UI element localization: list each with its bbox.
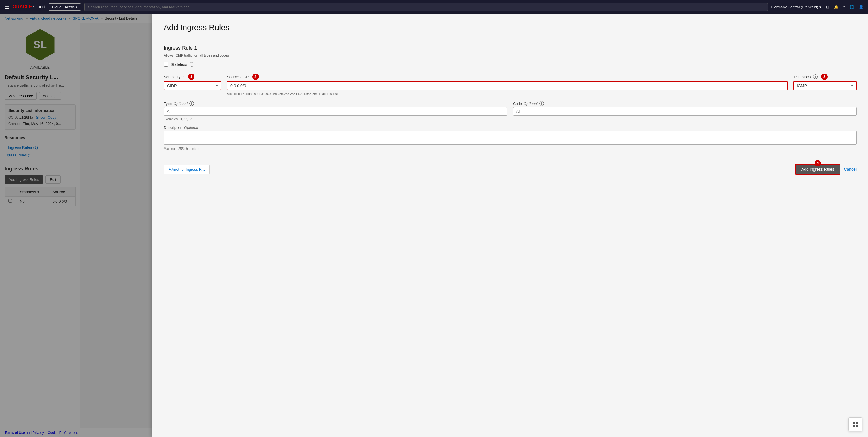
cloud-classic-button[interactable]: Cloud Classic > [49,3,81,11]
source-cidr-group: Source CIDR 2 Specified IP addresses: 0.… [227,74,787,95]
source-type-label: Source Type 1 [164,74,221,80]
modal-title: Add Ingress Rules [164,23,857,32]
type-label: Type Optional i [164,101,507,106]
oracle-logo: ORACLE Cloud [13,4,45,9]
top-navigation: ☰ ORACLE Cloud Cloud Classic > Germany C… [0,0,868,14]
footer-actions: 4 Add Ingress Rules Cancel [795,164,857,175]
max-chars-text: Maximum 255 characters [164,147,857,150]
region-selector[interactable]: Germany Central (Frankfurt) ▾ [772,5,822,9]
type-code-row: Type Optional i Examples: '0', '3', '5' … [164,101,857,121]
step-3-badge: 3 [821,74,828,80]
help-icon[interactable]: ? [843,5,845,9]
cancel-button[interactable]: Cancel [844,167,857,172]
ip-protocol-info-icon: i [813,75,818,79]
description-group: Description Optional Maximum 255 charact… [164,125,857,150]
stateless-row: Stateless i [164,62,857,67]
help-panel[interactable] [848,417,862,431]
user-icon[interactable]: 👤 [859,5,863,9]
help-grid-icon [853,422,858,427]
step-4-badge: 4 [814,160,821,167]
code-group: Code Optional i [513,101,857,121]
add-ingress-modal: Add Ingress Rules Ingress Rule 1 Allows … [152,14,868,437]
description-textarea[interactable] [164,131,857,145]
modal-footer: + Another Ingress R... 4 Add Ingress Rul… [164,159,857,175]
globe-icon[interactable]: 🌐 [849,5,854,9]
main-fields-row: Source Type 1 CIDR CIDR Block Service So… [164,74,857,95]
stateless-label: Stateless [170,62,187,67]
step-2-badge: 2 [252,74,259,80]
another-ingress-button[interactable]: + Another Ingress R... [164,165,210,174]
code-info-icon: i [539,101,544,106]
cloud-text: Cloud [33,4,45,9]
console-icon[interactable]: ⊡ [826,5,829,9]
stateless-info-icon: i [190,62,194,67]
stateless-checkbox[interactable] [164,62,168,67]
type-example: Examples: '0', '3', '5' [164,117,507,121]
rule-section-title: Ingress Rule 1 [164,45,857,51]
rule-description: Allows ICMP traffic for: all types and c… [164,54,857,58]
description-label: Description Optional [164,125,857,130]
step-1-badge: 1 [188,74,194,80]
type-group: Type Optional i Examples: '0', '3', '5' [164,101,507,121]
code-label: Code Optional i [513,101,857,106]
source-cidr-hint: Specified IP addresses: 0.0.0.0-255.255.… [227,92,787,95]
code-input[interactable] [513,107,857,116]
add-ingress-btn-container: 4 Add Ingress Rules [795,164,840,175]
search-input[interactable] [85,3,768,11]
ip-protocol-group: IP Protocol i 3 ICMP TCP UDP All Protoco… [793,74,857,90]
nav-right: Germany Central (Frankfurt) ▾ ⊡ 🔔 ? 🌐 👤 [772,5,864,9]
source-type-group: Source Type 1 CIDR CIDR Block Service [164,74,221,90]
hamburger-menu-icon[interactable]: ☰ [5,4,9,10]
source-type-select[interactable]: CIDR CIDR Block Service [164,81,221,90]
notification-icon[interactable]: 🔔 [834,5,838,9]
type-input[interactable] [164,107,507,116]
ip-protocol-select[interactable]: ICMP TCP UDP All Protocols [793,81,857,90]
source-cidr-input[interactable] [227,81,787,90]
oracle-text: ORACLE [13,4,32,9]
source-cidr-label: Source CIDR 2 [227,74,787,80]
ip-protocol-label: IP Protocol i 3 [793,74,857,80]
type-info-icon: i [189,101,194,106]
